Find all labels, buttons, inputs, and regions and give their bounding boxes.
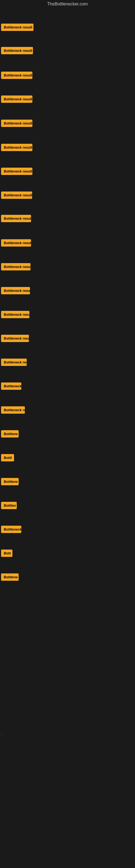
result-row-23: Bott (0, 550, 135, 558)
bottleneck-badge-11[interactable]: Bottleneck result (1, 263, 31, 271)
result-row-2: Bottleneck result (0, 47, 135, 55)
result-row-15: Bottleneck res (0, 359, 135, 367)
bottleneck-badge-1[interactable]: Bottleneck result (1, 24, 34, 31)
bottleneck-badge-17[interactable]: Bottleneck re (1, 406, 25, 414)
bottleneck-badge-13[interactable]: Bottleneck result (1, 311, 30, 318)
bottleneck-badge-4[interactable]: Bottleneck result (1, 95, 32, 103)
bottleneck-badge-20[interactable]: Bottlene (1, 478, 18, 485)
result-row-16: Bottleneck (0, 382, 135, 391)
bottleneck-badge-23[interactable]: Bott (1, 550, 12, 557)
result-row-1: Bottleneck result (0, 24, 135, 32)
bottleneck-badge-12[interactable]: Bottleneck result (1, 287, 30, 294)
result-row-11: Bottleneck result (0, 263, 135, 272)
result-row-7: Bottleneck result (0, 167, 135, 176)
result-row-6: Bottleneck result (0, 144, 135, 152)
bottleneck-badge-8[interactable]: Bottleneck result (1, 191, 32, 199)
result-row-5: Bottleneck result (0, 120, 135, 128)
result-row-24: Bottlene (0, 574, 135, 582)
bottleneck-badge-5[interactable]: Bottleneck result (1, 120, 32, 127)
bottleneck-badge-9[interactable]: Bottleneck result (1, 215, 31, 222)
site-title: TheBottlenecker.com (0, 0, 135, 8)
bottleneck-badge-6[interactable]: Bottleneck result (1, 144, 32, 151)
bottleneck-badge-19[interactable]: Bottl (1, 454, 14, 461)
bottleneck-badge-24[interactable]: Bottlene (1, 574, 18, 581)
result-row-17: Bottleneck re (0, 406, 135, 415)
result-row-12: Bottleneck result (0, 287, 135, 296)
bottleneck-badge-14[interactable]: Bottleneck result (1, 335, 29, 342)
ellipsis-text: ... (1, 733, 3, 735)
result-row-10: Bottleneck result (0, 239, 135, 248)
result-row-21: Bottlen (0, 502, 135, 510)
bottleneck-badge-21[interactable]: Bottlen (1, 502, 17, 509)
result-row-13: Bottleneck result (0, 311, 135, 319)
result-row-19: Bottl (0, 454, 135, 463)
result-row-14: Bottleneck result (0, 335, 135, 343)
bottleneck-badge-7[interactable]: Bottleneck result (1, 167, 32, 175)
bottleneck-badge-18[interactable]: Bottlene (1, 430, 18, 437)
result-row-9: Bottleneck result (0, 215, 135, 223)
result-row-8: Bottleneck result (0, 191, 135, 200)
bottleneck-badge-15[interactable]: Bottleneck res (1, 359, 27, 366)
bottleneck-badge-16[interactable]: Bottleneck (1, 382, 21, 390)
bottleneck-badge-3[interactable]: Bottleneck result (1, 72, 32, 79)
result-row-4: Bottleneck result (0, 95, 135, 104)
result-row-22: Bottleneck (0, 526, 135, 534)
bottleneck-badge-22[interactable]: Bottleneck (1, 526, 21, 533)
result-row-18: Bottlene (0, 430, 135, 439)
result-row-3: Bottleneck result (0, 72, 135, 80)
results-container: Bottleneck resultBottleneck resultBottle… (0, 8, 135, 868)
bottleneck-badge-10[interactable]: Bottleneck result (1, 239, 31, 247)
bottleneck-badge-2[interactable]: Bottleneck result (1, 47, 33, 54)
page-wrapper: TheBottlenecker.com Bottleneck resultBot… (0, 0, 135, 868)
result-row-20: Bottlene (0, 478, 135, 486)
